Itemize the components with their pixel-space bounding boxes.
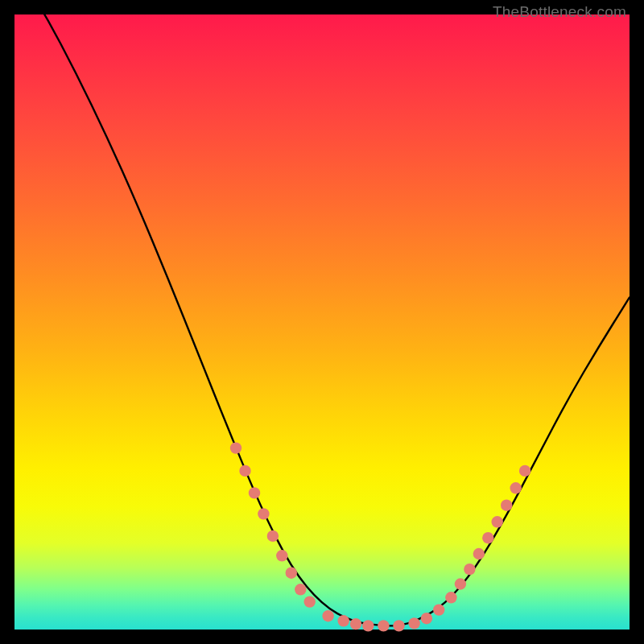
marker-dot <box>304 596 316 607</box>
marker-dot <box>433 604 444 615</box>
marker-dot <box>267 530 279 542</box>
marker-dot <box>501 500 512 511</box>
marker-dot <box>455 578 466 589</box>
marker-dot <box>492 516 503 527</box>
marker-dot <box>286 568 297 579</box>
marker-dot <box>350 618 361 630</box>
bottleneck-curve <box>14 0 630 625</box>
marker-dot <box>249 487 260 498</box>
marker-dot <box>362 620 374 631</box>
marker-dot <box>421 613 432 624</box>
marker-dot <box>445 592 456 603</box>
marker-group <box>230 442 531 631</box>
marker-dot <box>464 564 475 575</box>
chart-svg <box>14 14 630 630</box>
marker-dot <box>239 465 250 477</box>
marker-dot <box>482 532 493 543</box>
marker-dot <box>473 548 485 559</box>
watermark-text: TheBottleneck.com <box>493 3 626 21</box>
marker-dot <box>295 584 306 595</box>
marker-dot <box>230 442 242 453</box>
marker-dot <box>322 610 333 621</box>
marker-dot <box>519 465 530 477</box>
marker-dot <box>510 482 522 493</box>
marker-dot <box>378 620 389 631</box>
chart-frame: TheBottleneck.com <box>0 0 644 644</box>
marker-dot <box>276 550 287 561</box>
marker-dot <box>338 615 349 626</box>
marker-dot <box>393 620 404 631</box>
marker-dot <box>258 508 269 519</box>
marker-dot <box>408 617 419 629</box>
